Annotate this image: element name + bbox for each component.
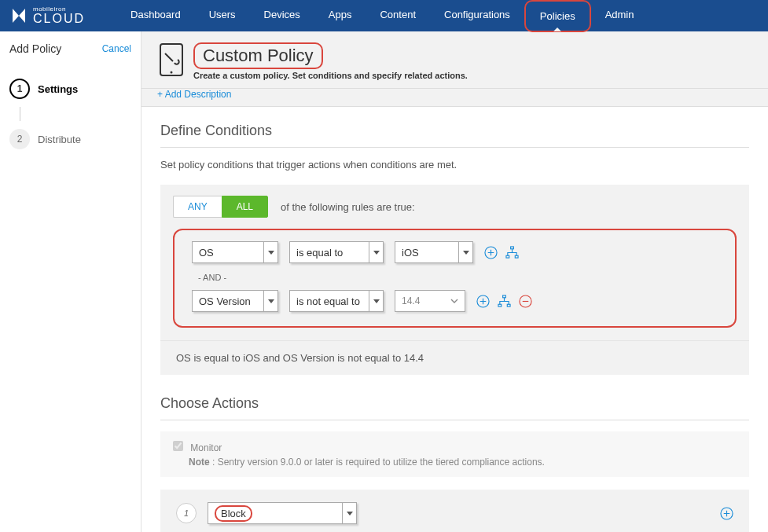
svg-point-1: [171, 72, 173, 74]
section-title: Define Conditions: [160, 123, 749, 148]
sidebar-title: Add Policy: [9, 42, 61, 55]
choose-actions-section: Choose Actions Monitor Note : Sentry ver…: [141, 391, 768, 532]
cancel-link[interactable]: Cancel: [102, 43, 131, 54]
page-subtitle: Create a custom policy. Set conditions a…: [193, 71, 468, 80]
rule2-operator-select[interactable]: is not equal to: [289, 290, 384, 312]
toggle-all[interactable]: ALL: [222, 196, 268, 218]
step-label: Settings: [38, 83, 78, 95]
toggle-any[interactable]: ANY: [173, 196, 222, 218]
define-conditions-section: Define Conditions Set policy conditions …: [141, 107, 768, 391]
rule2-field-select[interactable]: OS Version: [192, 290, 278, 312]
nav-configurations[interactable]: Configurations: [430, 0, 524, 32]
rule-row-2: OS Version is not equal to 14.4: [192, 290, 724, 312]
rule1-field-select[interactable]: OS: [192, 241, 278, 263]
note-bold: Note: [189, 457, 210, 468]
add-rule-icon[interactable]: [484, 246, 498, 259]
dropdown-caret-icon: [369, 291, 383, 311]
monitor-checkbox: [173, 441, 183, 451]
rule2-value-select[interactable]: 14.4: [395, 290, 465, 312]
step-number: 1: [9, 79, 30, 99]
action-row-1: 1 Block: [160, 490, 749, 532]
mobileiron-icon: [9, 6, 28, 25]
page-title: Custom Policy: [193, 42, 323, 69]
svg-rect-8: [498, 304, 502, 306]
any-all-toggle: ANY ALL: [173, 196, 268, 218]
dropdown-caret-icon: [458, 242, 472, 262]
rule1-value-select[interactable]: iOS: [395, 241, 473, 263]
top-nav: mobileiron CLOUD Dashboard Users Devices…: [0, 0, 768, 31]
rule-row-1: OS is equal to iOS: [192, 241, 724, 263]
nav-devices[interactable]: Devices: [250, 0, 314, 32]
svg-rect-9: [507, 304, 510, 306]
and-connector: - AND -: [198, 273, 724, 282]
svg-rect-4: [506, 255, 509, 258]
action-value: Block: [215, 505, 252, 522]
monitor-label: Monitor: [190, 442, 222, 453]
step-connector: [20, 107, 20, 121]
add-action-icon[interactable]: [720, 507, 733, 520]
rule1-operator-select[interactable]: is equal to: [289, 241, 384, 263]
step-settings[interactable]: 1 Settings: [9, 71, 131, 107]
brand-large: CLOUD: [33, 13, 85, 25]
group-rule-icon[interactable]: [498, 295, 511, 308]
chevron-down-icon: [450, 297, 458, 305]
dropdown-caret-icon: [342, 503, 356, 523]
svg-rect-3: [511, 246, 514, 248]
action-select[interactable]: Block: [208, 502, 357, 524]
svg-rect-5: [515, 255, 518, 258]
svg-rect-7: [503, 295, 506, 297]
device-wrench-icon: [157, 42, 186, 77]
brand-logo[interactable]: mobileiron CLOUD: [9, 6, 85, 25]
dropdown-caret-icon: [263, 291, 277, 311]
section-description: Set policy conditions that trigger actio…: [160, 159, 749, 171]
dropdown-caret-icon: [263, 242, 277, 262]
dropdown-caret-icon: [369, 242, 383, 262]
rules-label: of the following rules are true:: [281, 201, 415, 213]
nav-admin[interactable]: Admin: [591, 0, 649, 32]
group-rule-icon[interactable]: [505, 246, 519, 259]
remove-rule-icon[interactable]: [519, 295, 532, 308]
conditions-toggle-bar: ANY ALL of the following rules are true:: [160, 185, 749, 229]
add-description-link[interactable]: + Add Description: [157, 89, 231, 100]
nav-apps[interactable]: Apps: [314, 0, 366, 32]
nav-dashboard[interactable]: Dashboard: [116, 0, 195, 32]
add-rule-icon[interactable]: [476, 295, 490, 308]
nav-users[interactable]: Users: [195, 0, 250, 32]
nav-policies[interactable]: Policies: [524, 0, 591, 32]
action-number: 1: [176, 503, 197, 523]
section-title: Choose Actions: [160, 395, 749, 420]
note-text: : Sentry version 9.0.0 or later is requi…: [210, 457, 545, 468]
step-number: 2: [9, 129, 30, 149]
main-content: Custom Policy Create a custom policy. Se…: [141, 31, 768, 532]
left-sidebar: Add Policy Cancel 1 Settings 2 Distribut…: [0, 31, 141, 532]
monitor-box: Monitor Note : Sentry version 9.0.0 or l…: [160, 431, 749, 477]
conditions-summary: OS is equal to iOS and OS Version is not…: [160, 340, 749, 375]
page-header: Custom Policy Create a custom policy. Se…: [141, 31, 768, 89]
step-distribute[interactable]: 2 Distribute: [9, 121, 131, 157]
nav-content[interactable]: Content: [366, 0, 430, 32]
step-label: Distribute: [38, 134, 81, 145]
rules-container: OS is equal to iOS: [173, 229, 737, 328]
